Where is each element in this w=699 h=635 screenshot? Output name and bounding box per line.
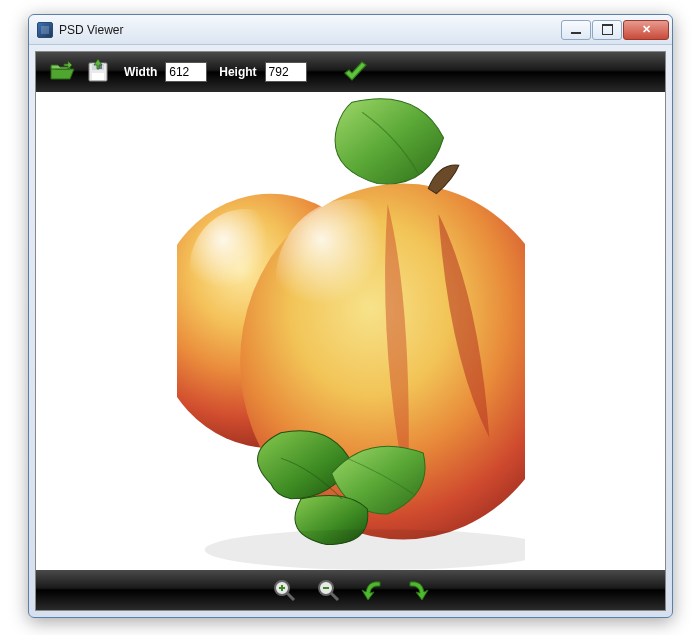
height-input[interactable]	[265, 62, 307, 82]
app-window: PSD Viewer Width Height	[28, 14, 673, 618]
rotate-right-icon[interactable]	[404, 578, 430, 602]
save-icon[interactable]	[84, 59, 112, 85]
psd-image	[177, 92, 525, 570]
width-label: Width	[124, 65, 157, 79]
titlebar: PSD Viewer	[29, 15, 672, 45]
zoom-out-icon[interactable]	[316, 578, 342, 602]
svg-line-15	[331, 593, 338, 600]
zoom-in-icon[interactable]	[272, 578, 298, 602]
bottom-toolbar	[36, 570, 665, 610]
width-input[interactable]	[165, 62, 207, 82]
rotate-left-icon[interactable]	[360, 578, 386, 602]
app-icon	[37, 22, 53, 38]
top-toolbar: Width Height	[36, 52, 665, 92]
close-button[interactable]	[623, 20, 669, 40]
window-controls	[561, 15, 670, 44]
svg-rect-3	[92, 73, 104, 80]
svg-line-11	[287, 593, 294, 600]
apply-checkmark-icon[interactable]	[341, 59, 369, 85]
window-title: PSD Viewer	[59, 23, 561, 37]
minimize-button[interactable]	[561, 20, 591, 40]
client-area: Width Height	[35, 51, 666, 611]
open-folder-icon[interactable]	[48, 59, 76, 85]
maximize-button[interactable]	[592, 20, 622, 40]
image-canvas	[36, 92, 665, 570]
height-label: Height	[219, 65, 256, 79]
